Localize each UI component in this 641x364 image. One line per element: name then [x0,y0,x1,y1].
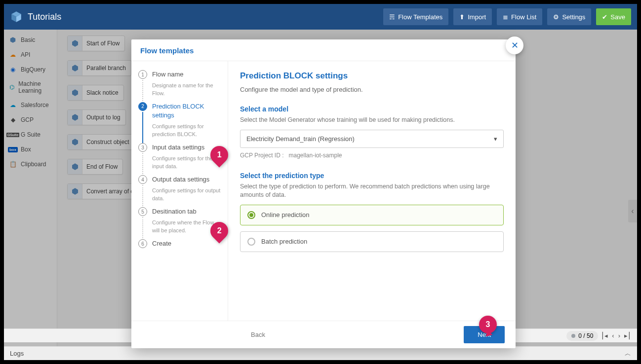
flow-list-icon: ≣ [503,13,508,21]
wizard-steps: 1 Flow name Designate a name for the Flo… [131,61,228,321]
wizard-step-output-data[interactable]: 4 Output data settings Configure setting… [138,175,221,202]
app-logo-icon [10,10,23,23]
page-title: Tutorials [28,12,61,22]
wizard-step-destination-tab[interactable]: 5 Desitination tab Configure where the F… [138,207,221,234]
settings-button[interactable]: ⚙ Settings [547,8,591,25]
status-dot-icon [571,334,575,338]
save-button[interactable]: ✔ Save [596,8,631,25]
flow-templates-button[interactable]: ☴ Flow Templates [383,8,448,25]
wizard-step-prediction-block[interactable]: 2 Prediction BLOCK settings Configure se… [138,102,221,138]
wizard-step-flow-name[interactable]: 1 Flow name Designate a name for the Flo… [138,70,221,97]
last-page-icon[interactable]: ▸⎮ [624,332,631,339]
gcp-project-meta: GCP Project ID : magellan-iot-sample [240,152,504,159]
flow-templates-modal: ✕ Flow templates 1 Flow name Designate a… [131,39,516,348]
radio-icon [247,238,255,246]
model-select[interactable]: Electricity Demand_train (Regression) ▾ [240,130,504,148]
first-page-icon[interactable]: ⎮◂ [601,332,608,339]
modal-content: Prediction BLOCK settings Configure the … [228,61,516,321]
list-icon: ☴ [389,13,395,21]
back-button[interactable]: Back [251,331,265,338]
prev-page-icon[interactable]: ‹ [612,332,614,339]
chevron-down-icon: ▾ [494,135,497,143]
modal-title: Flow templates [131,39,516,61]
upload-icon: ⬆ [459,13,465,21]
close-modal-button[interactable]: ✕ [506,36,523,54]
wizard-step-create[interactable]: 6 Create [138,239,221,248]
radio-icon [247,211,255,219]
close-icon: ✕ [511,40,519,51]
check-icon: ✔ [602,13,607,21]
next-page-icon[interactable]: › [618,332,620,339]
content-heading: Prediction BLOCK settings [240,71,504,81]
select-model-desc: Select the Model Generator whose trainin… [240,116,504,125]
tutorial-callout-3: 3 [479,316,497,333]
wizard-step-input-data[interactable]: 3 Input data settings Configure settings… [138,143,221,170]
select-model-label: Select a model [240,105,504,113]
select-type-label: Select the prediction type [240,172,504,180]
select-type-desc: Select the type of prediction to perform… [240,182,504,200]
logs-bar[interactable]: Logs ︿ [4,346,637,360]
content-lead: Configure the model and type of predicti… [240,86,504,93]
gear-icon: ⚙ [553,13,559,21]
import-button[interactable]: ⬆ Import [453,8,492,25]
node-count-badge: 0 / 50 [566,331,598,341]
radio-online-prediction[interactable]: Online prediction [240,205,504,225]
flow-list-button[interactable]: ≣ Flow List [497,8,542,25]
chevron-up-icon[interactable]: ︿ [625,349,631,358]
radio-batch-prediction[interactable]: Batch prediction [240,231,504,252]
